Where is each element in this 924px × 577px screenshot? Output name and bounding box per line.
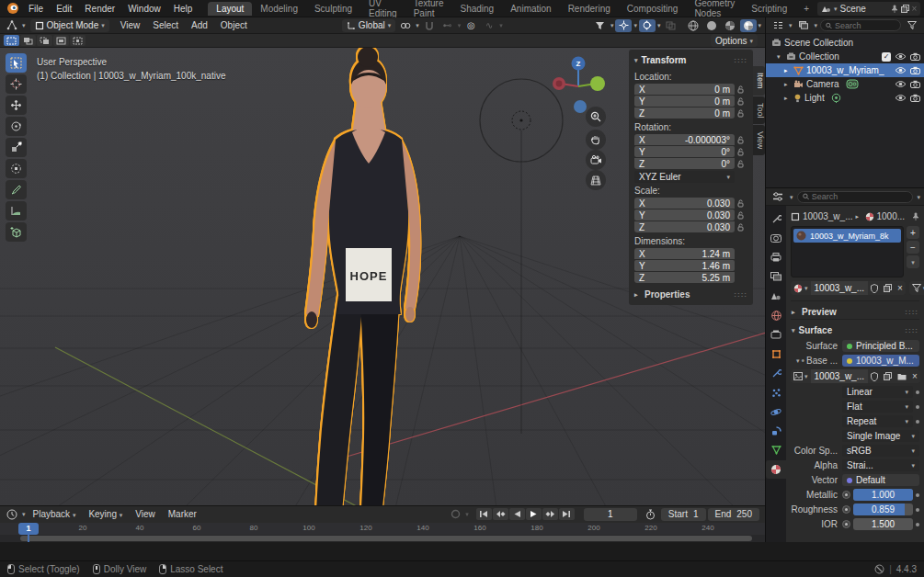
ptab-object[interactable] xyxy=(766,345,786,363)
material-slot-active[interactable]: 10003_w_Myriam_8k xyxy=(793,229,901,243)
image-browse-icon[interactable]: ▾ xyxy=(791,369,811,383)
timeline-scrollbar[interactable] xyxy=(20,536,752,541)
expand-icon[interactable]: ▸ xyxy=(784,67,791,74)
lock-icon[interactable] xyxy=(735,148,747,156)
npanel-tab-tool[interactable]: Tool xyxy=(753,96,765,125)
ior-slider[interactable]: 1.500 xyxy=(853,518,913,530)
viewport-3d[interactable]: HOPE xyxy=(0,48,765,505)
new-image-icon[interactable] xyxy=(881,369,895,383)
outliner-filter-icon[interactable] xyxy=(795,19,812,32)
proportional-falloff-icon[interactable]: ∿ xyxy=(481,19,497,32)
tab-modeling[interactable]: Modeling xyxy=(252,2,306,16)
hide-eye-icon[interactable] xyxy=(895,80,907,88)
menu-add[interactable]: Add xyxy=(186,19,213,31)
editor-type-icon[interactable] xyxy=(4,19,20,32)
outliner-row-scene-collection[interactable]: Scene Collection xyxy=(766,36,924,50)
scale-z-field[interactable]: Z0.030 xyxy=(634,221,735,232)
select-mode-extend-icon[interactable] xyxy=(20,35,36,46)
jump-to-end-button[interactable] xyxy=(559,508,575,520)
keyframe-dot[interactable] xyxy=(916,405,919,409)
breadcrumb-material[interactable]: 1000... xyxy=(877,211,906,221)
unlink-material-icon[interactable]: × xyxy=(895,281,906,295)
tool-select-box[interactable] xyxy=(6,53,27,73)
ptab-tool[interactable] xyxy=(766,209,786,228)
menu-edit[interactable]: Edit xyxy=(50,3,78,15)
fake-user-shield-icon[interactable] xyxy=(868,281,881,295)
ptab-physics[interactable] xyxy=(766,402,786,421)
panel-drag-handle[interactable]: :::: xyxy=(905,326,918,334)
transform-orientation-dropdown[interactable]: Global ▾ xyxy=(342,19,395,32)
scene-selector[interactable]: ▾ Scene × xyxy=(817,2,920,16)
shading-wireframe-icon[interactable] xyxy=(685,19,702,32)
ior-socket-toggle[interactable] xyxy=(842,520,850,528)
panel-drag-handle[interactable]: :::: xyxy=(734,290,747,299)
base-color-expand-icon[interactable]: ▾ xyxy=(796,357,800,364)
rotation-z-field[interactable]: Z0° xyxy=(634,158,735,169)
snap-target-icon[interactable] xyxy=(397,19,414,32)
ptab-object-data[interactable] xyxy=(766,441,786,459)
xray-toggle-icon[interactable] xyxy=(663,19,679,32)
disable-render-camera-icon[interactable] xyxy=(910,52,920,61)
rotation-mode-dropdown[interactable]: XYZ Euler▾ xyxy=(634,171,735,183)
location-x-field[interactable]: X0 m xyxy=(634,84,735,95)
exclude-checkbox[interactable]: ✓ xyxy=(882,52,891,62)
rotation-y-field[interactable]: Y0° xyxy=(634,146,735,157)
metallic-slider[interactable]: 1.000 xyxy=(853,489,913,501)
ptab-modifiers[interactable] xyxy=(766,364,786,382)
menu-window[interactable]: Window xyxy=(121,3,167,15)
lock-icon[interactable] xyxy=(735,109,747,118)
properties-search-input[interactable] xyxy=(812,192,908,201)
play-button[interactable] xyxy=(526,508,542,520)
panel-drag-handle[interactable]: :::: xyxy=(734,56,747,64)
projection-dropdown[interactable]: Flat▾ xyxy=(842,401,913,413)
lock-icon[interactable] xyxy=(735,97,747,106)
surface-shader-button[interactable]: Principled B... xyxy=(842,340,919,352)
ptab-render[interactable] xyxy=(766,229,786,247)
visibility-dropdown-icon[interactable] xyxy=(592,19,609,32)
open-image-folder-icon[interactable] xyxy=(895,369,909,383)
ptab-constraints[interactable] xyxy=(766,422,786,440)
outliner-row-light[interactable]: ▸ Light xyxy=(766,91,924,105)
base-color-link-button[interactable]: 10003_w_M... xyxy=(842,355,919,367)
image-name-field[interactable]: 10003_w_... xyxy=(811,369,869,383)
tab-layout[interactable]: Layout xyxy=(208,2,252,16)
outliner-display-mode-icon[interactable] xyxy=(770,19,786,32)
menu-marker[interactable]: Marker xyxy=(163,508,202,520)
pin-id-icon[interactable] xyxy=(912,212,919,221)
roughness-slider[interactable]: 0.859 xyxy=(853,503,913,515)
npanel-tab-item[interactable]: Item xyxy=(753,66,765,96)
slot-specials-button[interactable]: ▾ xyxy=(907,255,919,268)
outliner-row-collection[interactable]: ▾ Collection ✓ xyxy=(766,50,924,63)
menu-render[interactable]: Render xyxy=(78,3,121,15)
rotation-x-field[interactable]: X-0.000003° xyxy=(634,134,735,145)
dimensions-z-field[interactable]: Z5.25 m xyxy=(634,272,735,283)
menu-view[interactable]: View xyxy=(115,19,146,31)
timeline-editor-type-icon[interactable] xyxy=(4,508,20,521)
ptab-particles[interactable] xyxy=(766,383,786,402)
menu-keying[interactable]: Keying ▾ xyxy=(83,508,128,520)
metallic-socket-toggle[interactable] xyxy=(842,491,850,499)
properties-search[interactable] xyxy=(797,191,914,203)
properties-options-icon[interactable]: ▾ xyxy=(917,194,920,200)
shading-solid-icon[interactable] xyxy=(703,19,720,32)
roughness-socket-toggle[interactable] xyxy=(842,505,850,514)
source-dropdown[interactable]: Single Image▾ xyxy=(842,430,919,442)
vector-button[interactable]: Default xyxy=(842,474,919,486)
snap-magnet-icon[interactable] xyxy=(421,19,438,32)
keyframe-dot[interactable] xyxy=(916,493,919,497)
tool-annotate[interactable] xyxy=(6,180,27,199)
menu-playback[interactable]: Playback ▾ xyxy=(28,508,82,520)
select-mode-set-icon[interactable] xyxy=(4,35,19,46)
material-browse-icon[interactable]: ▾ xyxy=(791,281,811,295)
select-mode-intersect-icon[interactable] xyxy=(70,35,86,46)
tool-scale[interactable] xyxy=(6,138,27,157)
expand-icon[interactable]: ▸ xyxy=(784,95,791,102)
hide-eye-icon[interactable] xyxy=(895,94,907,102)
timeline-ruler[interactable]: 20 40 60 80 100 120 140 160 180 200 220 … xyxy=(0,523,765,536)
hide-eye-icon[interactable] xyxy=(895,52,907,61)
location-y-field[interactable]: Y0 m xyxy=(634,96,735,107)
keyframe-dot[interactable] xyxy=(916,523,919,526)
expand-icon[interactable]: ▾ xyxy=(777,53,783,61)
gizmos-toggle-icon[interactable] xyxy=(615,19,632,32)
perspective-toggle-button[interactable] xyxy=(586,170,606,190)
